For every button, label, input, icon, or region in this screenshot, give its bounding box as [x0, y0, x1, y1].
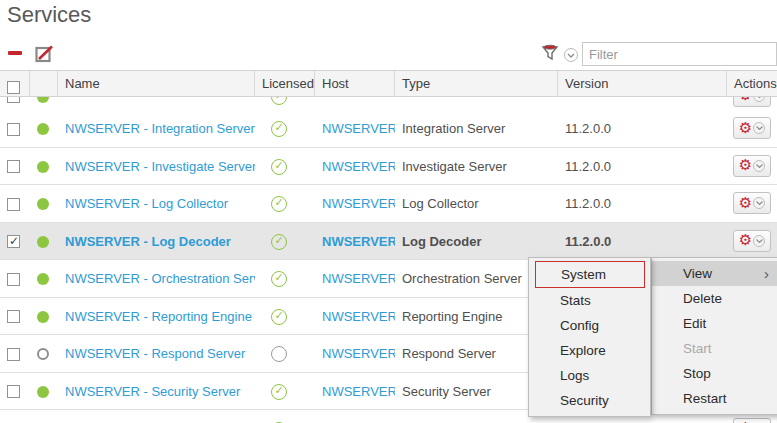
toolbar: [0, 40, 777, 68]
header-select-all: [0, 71, 30, 98]
menu-item-stop[interactable]: Stop: [652, 361, 777, 386]
menu-item-delete[interactable]: Delete: [652, 286, 777, 311]
gear-icon: ⚙: [739, 158, 752, 173]
filter-options-chevron-icon[interactable]: [564, 48, 578, 62]
service-version: 11.2.0.0: [565, 121, 611, 136]
filter-funnel-icon[interactable]: [541, 44, 559, 62]
status-dot: [37, 311, 49, 323]
licensed-icon: [271, 196, 287, 212]
service-version: 11.2.0.0: [565, 159, 611, 174]
submenu-item-explore[interactable]: Explore: [529, 338, 650, 363]
menu-item-label: View: [683, 266, 712, 281]
gear-icon: ⚙: [739, 196, 752, 211]
row-checkbox[interactable]: [7, 97, 20, 103]
submenu-item-system[interactable]: System: [535, 261, 645, 288]
row-checkbox[interactable]: [7, 235, 20, 248]
row-checkbox[interactable]: [7, 310, 20, 323]
host-link[interactable]: NWSERVER: [322, 271, 395, 286]
clipped-row-top: ⚙: [0, 97, 777, 110]
actions-button[interactable]: ⚙: [733, 117, 771, 139]
status-dot: [37, 123, 49, 135]
host-link[interactable]: NWSERVER: [322, 234, 395, 249]
remove-service-icon[interactable]: [8, 51, 22, 55]
host-link[interactable]: NWSERVER: [322, 309, 395, 324]
actions-button[interactable]: ⚙: [733, 155, 771, 177]
service-name-link[interactable]: NWSERVER - Investigate Server: [65, 159, 255, 174]
submenu-arrow-icon: ›: [764, 261, 769, 286]
table-row[interactable]: NWSERVER - Investigate Server NWSERVER I…: [0, 148, 777, 186]
row-checkbox[interactable]: [7, 123, 20, 136]
header-name[interactable]: Name: [58, 71, 255, 98]
table-row[interactable]: NWSERVER - Integration Server NWSERVER I…: [0, 110, 777, 148]
service-name-link[interactable]: NWSERVER - Orchestration Server: [65, 271, 255, 286]
row-context-menu: View› Delete Edit Start Stop Restart: [651, 257, 777, 415]
row-checkbox[interactable]: [7, 385, 20, 398]
status-dot: [37, 97, 49, 103]
menu-item-start: Start: [652, 336, 777, 361]
actions-button[interactable]: ⚙: [733, 230, 771, 252]
licensed-icon: [271, 271, 287, 287]
edit-service-icon[interactable]: [35, 44, 55, 63]
chevron-down-icon: [753, 122, 765, 134]
row-checkbox[interactable]: [7, 160, 20, 173]
chevron-down-icon: [753, 197, 765, 209]
submenu-item-config[interactable]: Config: [529, 313, 650, 338]
service-name-link[interactable]: NWSERVER - Integration Server: [65, 121, 255, 136]
menu-item-restart[interactable]: Restart: [652, 386, 777, 411]
host-link[interactable]: NWSERVER: [322, 384, 395, 399]
host-link[interactable]: NWSERVER: [322, 121, 395, 136]
gear-icon: ⚙: [739, 233, 752, 248]
service-name-link[interactable]: NWSERVER - Log Collector: [65, 196, 228, 211]
gear-icon: ⚙: [739, 121, 752, 136]
licensed-icon: [271, 346, 287, 362]
service-type: Orchestration Server: [402, 271, 522, 286]
table-row-selected[interactable]: NWSERVER - Log Decoder NWSERVER Log Deco…: [0, 223, 777, 261]
service-version: 11.2.0.0: [565, 196, 611, 211]
header-host[interactable]: Host: [315, 71, 395, 98]
submenu-item-security[interactable]: Security: [529, 388, 650, 413]
menu-item-label: System: [561, 267, 606, 282]
service-type: Reporting Engine: [402, 309, 502, 324]
service-type: Investigate Server: [402, 159, 507, 174]
menu-item-edit[interactable]: Edit: [652, 311, 777, 336]
status-dot: [37, 161, 49, 173]
header-type[interactable]: Type: [395, 71, 558, 98]
submenu-item-stats[interactable]: Stats: [529, 288, 650, 313]
status-dot: [37, 236, 49, 248]
service-name-link[interactable]: NWSERVER - Respond Server: [65, 346, 245, 361]
status-dot: [37, 273, 49, 285]
filter-input[interactable]: [582, 42, 777, 66]
host-link[interactable]: NWSERVER: [322, 346, 395, 361]
chevron-down-icon: [753, 160, 765, 172]
table-header: Name Licensed Host Type Version Actions: [0, 70, 777, 97]
service-version: 11.2.0.0: [565, 234, 611, 249]
licensed-icon: [271, 384, 287, 400]
menu-item-view[interactable]: View›: [652, 261, 777, 286]
submenu-item-logs[interactable]: Logs: [529, 363, 650, 388]
licensed-icon: [271, 97, 287, 105]
page-title: Services: [7, 2, 91, 28]
service-name-link[interactable]: NWSERVER - Reporting Engine: [65, 309, 252, 324]
chevron-down-icon: [753, 235, 765, 247]
host-link[interactable]: NWSERVER: [322, 159, 395, 174]
licensed-icon: [271, 234, 287, 250]
service-name-link[interactable]: NWSERVER - Log Decoder: [65, 234, 231, 249]
service-name-link[interactable]: NWSERVER - Security Server: [65, 384, 240, 399]
actions-button[interactable]: ⚙: [733, 97, 771, 107]
actions-button[interactable]: ⚙: [733, 418, 771, 423]
actions-button[interactable]: ⚙: [733, 192, 771, 214]
status-dot: [37, 198, 49, 210]
row-checkbox[interactable]: [7, 198, 20, 211]
view-submenu: System Stats Config Explore Logs Securit…: [528, 257, 651, 417]
status-dot: [37, 348, 49, 360]
table-row[interactable]: ⚙: [0, 97, 777, 110]
chevron-down-icon: [753, 97, 765, 102]
header-licensed[interactable]: Licensed: [255, 71, 315, 98]
status-dot: [37, 386, 49, 398]
row-checkbox[interactable]: [7, 273, 20, 286]
header-version[interactable]: Version: [558, 71, 727, 98]
select-all-checkbox[interactable]: [7, 81, 20, 94]
host-link[interactable]: NWSERVER: [322, 196, 395, 211]
row-checkbox[interactable]: [7, 348, 20, 361]
table-row[interactable]: NWSERVER - Log Collector NWSERVER Log Co…: [0, 185, 777, 223]
